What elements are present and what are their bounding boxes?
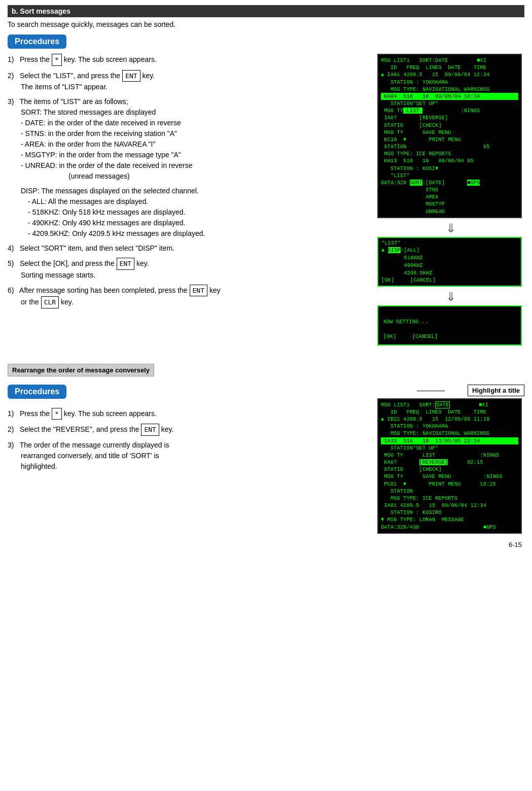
screen1-row-20: MSGTYP: [381, 200, 518, 208]
step-3-disp: DISP: The messages displayed on the sele…: [21, 186, 372, 239]
key-ent-5: ENT: [117, 258, 134, 270]
screen4-row-5: IA33 518 10 13/05/05 22:34: [381, 437, 518, 444]
screen2-row-1: ▲ DISP:[ALL]: [381, 247, 518, 254]
screen1-row-18: STNS: [381, 186, 518, 193]
rearrange-step-2: 2) Select the "REVERSE", and press the E…: [8, 424, 372, 436]
callout-wrapper: Highlight a title: [377, 385, 524, 396]
screen3-row-3: [OK] [CANCEL]: [383, 333, 516, 340]
screen2-row-2: 518KHZ: [381, 254, 518, 262]
arrow-down-2: ⇓: [377, 290, 524, 304]
section-title: b. Sort messages: [8, 5, 524, 17]
step-5-num: 5): [8, 258, 18, 269]
screen2-row-5: [OK] [CANCEL]: [381, 277, 518, 284]
rearrange-step-1-num: 1): [8, 408, 18, 419]
section-subtitle: To search message quickly, messages can …: [8, 20, 524, 28]
rearrange-section: Rearrange the order of message conversel…: [8, 356, 524, 536]
screen-popup-2: *LIST* ▲ DISP:[ALL] 518KHZ 490KHZ 4209.5…: [377, 237, 522, 287]
screen-popup-3: NOW SETTING... [OK] [CANCEL]: [377, 305, 522, 346]
screen1-row-5: KA04 518 10 09/06/04 10:34: [381, 93, 518, 100]
step-3: 3) The items of "LIST" are as follows; S…: [8, 96, 372, 182]
step-3-num: 3): [8, 96, 18, 107]
two-col-bottom: Procedures 1) Press the * key. The sub s…: [8, 385, 524, 536]
screen1-row-6: STATION*SET UP*: [381, 100, 518, 107]
screen4-row-4: MSG TYPE: NAVIGATIONAL WARNINGS: [381, 430, 518, 437]
step-2: 2) Select the "LIST", and press the ENT …: [8, 70, 372, 93]
screen1-row-21: UNREAD: [381, 208, 518, 215]
screen4-row-9: STATIO [CHECK]: [381, 466, 518, 473]
screen1-row-15: STATION : KUSI▼: [381, 165, 518, 172]
rearrange-step-3: 3) The order of the message currently di…: [8, 440, 372, 472]
step-1: 1) Press the * key. The sub screen appea…: [8, 54, 372, 66]
rearrange-bar-container: Rearrange the order of message conversel…: [8, 356, 524, 381]
rearrange-bar: Rearrange the order of message conversel…: [8, 364, 154, 376]
arrow-down-1: ⇓: [377, 221, 524, 235]
screen4-row-13: MSG TYPE: ICE REPORTS: [381, 495, 518, 502]
key-ent-r2: ENT: [141, 424, 159, 436]
rearrange-step-3-num: 3): [8, 440, 18, 451]
screen1-row-16: *LIST*: [381, 172, 518, 179]
screen4-row-15: STATION : KUSIRO: [381, 509, 518, 516]
screen4-row-17: DATA:329/438 ■GPS: [381, 524, 518, 531]
callout-box: Highlight a title: [468, 385, 524, 396]
screen3-row-1: NOW SETTING...: [383, 318, 516, 326]
screen1-row-7: MSG TY LIST :NINGS: [381, 107, 518, 114]
screen2-row-3: 490KHZ: [381, 262, 518, 269]
screen4-row-2: ▲ IB21 4209.5 15 12/05/05 11:10: [381, 416, 518, 423]
screen1-row-3: STATION : YOKOHAMA: [381, 79, 518, 86]
screen4-row-0: MSG LIST1 SORT:DATE ■XI: [381, 401, 518, 408]
screen1-row-13: MSG TYPE: ICE REPORTS: [381, 150, 518, 157]
screen-mock-1: MSG LIST1 SORT:DATE ■XI ID FREQ LINES DA…: [377, 54, 522, 218]
screen1-row-4: MSG TYPE: NAVIGATIONAL WARNINGS: [381, 86, 518, 93]
screens-right: MSG LIST1 SORT:DATE ■XI ID FREQ LINES DA…: [377, 54, 524, 349]
step-1-num: 1): [8, 54, 18, 65]
page-number: 6-15: [8, 536, 524, 548]
screen4-row-6: STATION*SET UP*: [381, 444, 518, 452]
main-content-row: 1) Press the * key. The sub screen appea…: [8, 54, 524, 349]
step-2-num: 2): [8, 71, 18, 81]
screen4-row-14: IA01 4209.5 15 09/06/04 12:34: [381, 502, 518, 509]
key-ent-2: ENT: [122, 70, 140, 82]
rearrange-step-1: 1) Press the * key. The sub screen appea…: [8, 408, 372, 420]
screen1-row-8: IA07 [REVERSE]: [381, 114, 518, 121]
step-6-num: 6): [8, 285, 18, 296]
screen4-row-12: STATION: [381, 488, 518, 495]
steps-left: 1) Press the * key. The sub screen appea…: [8, 54, 372, 349]
screen1-row-2: ▲ IA01 4209.5 15 09/06/04 12:34: [381, 71, 518, 78]
screen1-row-19: AREA: [381, 193, 518, 200]
screen4-row-16: ▼ MSG TYPE: LORAN MESSAGE: [381, 516, 518, 523]
screen1-row-10: MSG TY SAVE MENU: [381, 129, 518, 136]
screen1-row-14: KH13 518 18 09/06/04 05: [381, 157, 518, 164]
screen4-row-8: KA67 [REVERSE] 02:15: [381, 459, 518, 466]
step-4: 4) Select "SORT" item, and then select "…: [8, 243, 372, 254]
page-container: b. Sort messages To search message quick…: [0, 0, 532, 554]
screen-mock-4: MSG LIST1 SORT:DATE ■XI ID FREQ LINES DA…: [377, 398, 522, 534]
callout-line: [417, 391, 445, 391]
key-star-r1: *: [52, 408, 62, 420]
screen3-row-2: [383, 325, 516, 333]
screen4-row-1: ID FREQ LINES DATE TIME: [381, 408, 518, 416]
screen4-row-3: STATION : YOKOHAMA: [381, 423, 518, 430]
screen4-row-11: PC01 ▼ PRINT MENU 10:25: [381, 480, 518, 488]
rearrange-steps-left: Procedures 1) Press the * key. The sub s…: [8, 385, 372, 536]
screen1-row-17: DATA:329 SORT:[DATE] ■GPS: [381, 179, 518, 186]
rearrange-step-2-num: 2): [8, 424, 18, 435]
step-5: 5) Select the [OK], and press the ENT ke…: [8, 258, 372, 281]
step-6: 6) After message sorting has been comple…: [8, 285, 372, 308]
rearrange-screen-right: Highlight a title MSG LIST1 SORT:DATE ■X…: [377, 385, 524, 536]
screen1-row-11: KC10 ▼ PRINT MENU: [381, 136, 518, 143]
procedures-badge-bottom: Procedures: [8, 385, 66, 399]
screen2-row-0: *LIST*: [381, 239, 518, 247]
screen1-row-12: STATION 05: [381, 143, 518, 150]
key-clr-6: CLR: [41, 296, 59, 308]
screen2-row-4: 4209.5KHZ: [381, 269, 518, 277]
screen1-row-0: MSG LIST1 SORT:DATE ■XI: [381, 57, 518, 64]
screen4-row-10: MSG TY SAVE MENU :NINGS: [381, 473, 518, 480]
screen1-row-9: STATIO [CHECK]: [381, 122, 518, 129]
procedures-badge-top: Procedures: [8, 35, 66, 49]
step-4-num: 4): [8, 243, 18, 254]
screen3-row-0: [383, 311, 516, 318]
key-ent-6: ENT: [190, 285, 207, 297]
screen4-row-7: MSG TY LIST :NINGS: [381, 452, 518, 459]
screen1-row-1: ID FREQ LINES DATE TIME: [381, 64, 518, 71]
key-star-1: *: [52, 54, 62, 66]
